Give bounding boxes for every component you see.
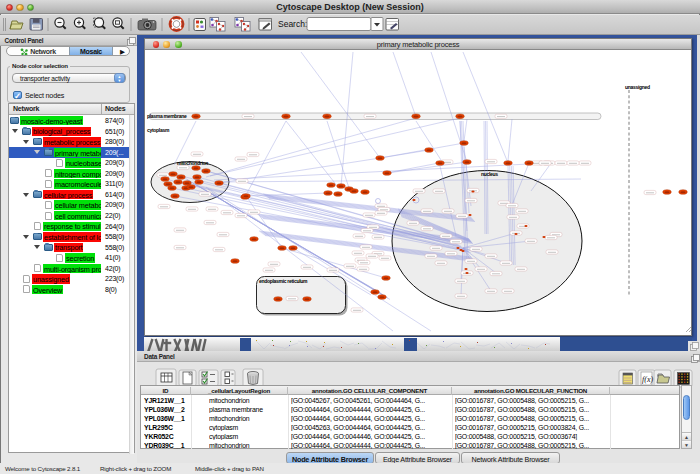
svg-text:mitochondrion: mitochondrion [177,160,208,166]
svg-text:Search:: Search: [278,19,307,29]
svg-text:plasma membrane: plasma membrane [147,113,187,119]
svg-text:endoplasmic reticulum: endoplasmic reticulum [259,278,308,284]
svg-text:unassigned: unassigned [625,84,650,90]
svg-text:nucleus: nucleus [481,171,498,177]
svg-text:cytoplasm: cytoplasm [147,127,170,133]
svg-text:f(x): f(x) [642,375,653,384]
